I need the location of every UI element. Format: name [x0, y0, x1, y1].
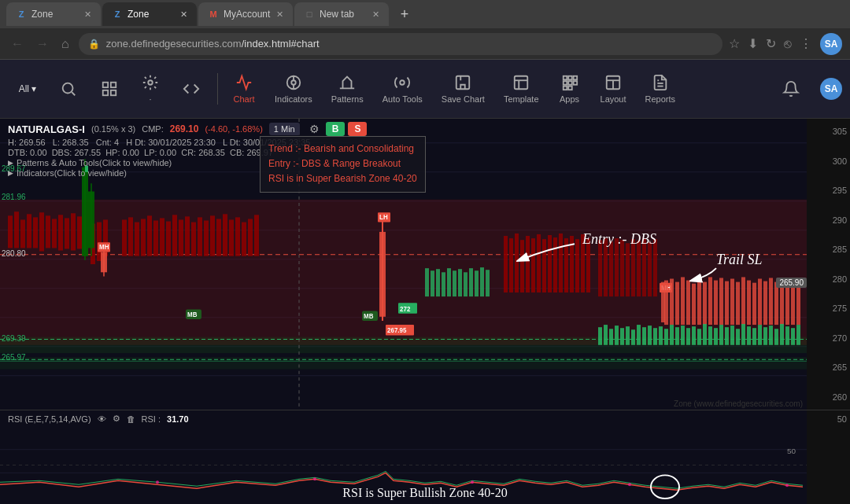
search-tool[interactable]	[49, 75, 88, 102]
tab-myaccount[interactable]: M MyAccount ✕	[198, 2, 293, 26]
apps-tool[interactable]: Apps	[550, 69, 589, 109]
price-275: 275	[807, 304, 850, 313]
svg-point-225	[785, 484, 789, 487]
svg-rect-2	[103, 83, 108, 87]
tab-label-newtab: New tab	[320, 9, 354, 20]
settings-tool[interactable]: ·	[131, 69, 170, 109]
svg-rect-40	[0, 200, 807, 345]
annotation-rsi: RSI is in Super Bearish Zone 40-20	[268, 171, 417, 186]
all-selector[interactable]: All ▾	[8, 79, 47, 99]
svg-rect-171	[796, 282, 800, 325]
sell-button[interactable]: S	[348, 122, 367, 136]
chart-settings-icon[interactable]: ⚙	[309, 123, 320, 135]
menu-icon[interactable]: ⋮	[800, 36, 812, 51]
template-tool[interactable]: Template	[496, 69, 547, 109]
interval-badge[interactable]: 1 Min	[269, 123, 300, 135]
grid-tool[interactable]	[90, 75, 129, 102]
svg-text:MB: MB	[187, 311, 198, 318]
indicators-tool[interactable]: Indicators	[267, 69, 320, 109]
svg-rect-204	[774, 329, 778, 345]
notification-tool[interactable]	[771, 75, 811, 102]
url-display: zone.definedgesecurities.com/index.html#…	[106, 38, 320, 50]
svg-rect-87	[223, 214, 227, 256]
bookmark-icon[interactable]: ☆	[729, 36, 740, 51]
svg-rect-141	[626, 243, 630, 296]
svg-rect-84	[204, 221, 209, 256]
tab-favicon-myaccount: M	[208, 9, 219, 20]
tab-zone1[interactable]: Z Zone ✕	[6, 2, 101, 26]
tab-newtab[interactable]: □ New tab ✕	[294, 2, 389, 26]
cmp-label: CMP:	[142, 124, 164, 134]
svg-rect-179	[637, 325, 641, 345]
svg-rect-172	[598, 327, 602, 345]
new-tab-button[interactable]: +	[394, 3, 416, 25]
symbol-name: NATURALGAS-I	[8, 123, 85, 135]
tab-zone2[interactable]: Z Zone ✕	[102, 2, 197, 26]
svg-rect-159	[730, 279, 734, 326]
tab-bar: Z Zone ✕ Z Zone ✕ M MyAccount ✕ □ New ta…	[0, 0, 850, 28]
svg-rect-88	[229, 219, 234, 256]
patterns-icon	[338, 74, 356, 91]
svg-rect-175	[615, 326, 619, 345]
tab-close-newtab[interactable]: ✕	[372, 9, 379, 20]
tab-label-zone1: Zone	[31, 9, 53, 20]
auto-tools-tool[interactable]: Auto Tools	[375, 69, 431, 109]
svg-rect-150	[681, 277, 685, 325]
svg-rect-151	[686, 281, 690, 326]
download-icon[interactable]: ⬇	[748, 36, 758, 51]
svg-rect-51	[33, 217, 38, 248]
forward-button[interactable]: →	[33, 34, 52, 54]
chart-label: Chart	[234, 94, 255, 104]
share-icon[interactable]: ⎋	[784, 37, 792, 51]
svg-text:Entry :- DBS: Entry :- DBS	[582, 231, 656, 247]
rsi-delete-icon[interactable]: 🗑	[127, 414, 135, 424]
template-icon	[512, 74, 530, 91]
rsi-value-label: RSI :	[142, 414, 161, 424]
rsi-panel: RSI (E,E,7,5,14,AVG) 👁 ⚙ 🗑 RSI : 31.70	[0, 410, 850, 504]
patterns-tool[interactable]: Patterns	[323, 69, 371, 109]
svg-point-0	[63, 83, 73, 94]
reports-tool[interactable]: Reports	[638, 69, 684, 109]
app-profile-button[interactable]: SA	[820, 78, 842, 100]
svg-rect-174	[609, 329, 613, 345]
tab-close-myaccount[interactable]: ✕	[276, 9, 283, 20]
price-270: 270	[807, 333, 850, 343]
svg-rect-122	[542, 239, 546, 292]
chart-tool[interactable]: Chart	[224, 69, 264, 109]
save-chart-tool[interactable]: Save Chart	[434, 69, 493, 109]
svg-rect-111	[469, 268, 473, 296]
svg-rect-138	[609, 241, 613, 296]
profile-button[interactable]: SA	[820, 33, 842, 55]
back-button[interactable]: ←	[8, 34, 27, 54]
buy-button[interactable]: B	[326, 122, 346, 136]
svg-rect-112	[475, 270, 479, 296]
svg-rect-207	[791, 328, 795, 345]
svg-rect-186	[675, 327, 679, 345]
svg-text:280.80: 280.80	[2, 249, 26, 258]
svg-rect-118	[520, 240, 524, 292]
svg-rect-85	[210, 215, 215, 256]
code-tool[interactable]	[172, 75, 211, 102]
svg-rect-81	[185, 216, 190, 256]
home-button[interactable]: ⌂	[58, 34, 72, 54]
refresh-icon[interactable]: ↻	[766, 36, 776, 51]
tab-close-zone1[interactable]: ✕	[84, 9, 91, 20]
svg-rect-181	[648, 326, 652, 345]
svg-rect-190	[697, 329, 701, 345]
svg-rect-199	[747, 326, 751, 345]
url-bar[interactable]: 🔒 zone.definedgesecurities.com/index.htm…	[79, 33, 722, 55]
auto-tools-label: Auto Tools	[382, 94, 423, 104]
tab-label-myaccount: MyAccount	[224, 9, 270, 20]
toolbar-left-section: All ▾ ·	[8, 69, 211, 109]
cr-val: CR: 268.35	[181, 148, 225, 157]
tab-close-zone2[interactable]: ✕	[180, 9, 187, 20]
svg-rect-107	[447, 268, 451, 296]
svg-rect-195	[725, 327, 729, 345]
layout-icon	[604, 74, 622, 91]
rsi-eye-icon[interactable]: 👁	[98, 414, 106, 424]
layout-tool[interactable]: Layout	[593, 69, 634, 109]
rsi-settings-icon[interactable]: ⚙	[113, 414, 120, 424]
svg-rect-14	[515, 76, 528, 90]
svg-rect-124	[553, 237, 557, 292]
svg-rect-91	[248, 219, 253, 256]
